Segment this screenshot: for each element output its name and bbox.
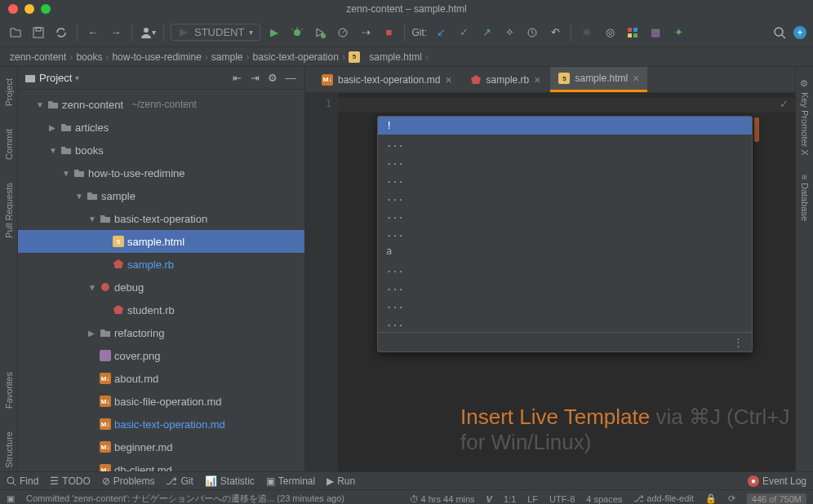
bb-problems[interactable]: ⊘ Problems [102,475,155,487]
bb-run[interactable]: ▶ Run [327,475,355,487]
bb-terminal[interactable]: ▣ Terminal [266,475,315,487]
sb-indent[interactable]: 4 spaces [586,494,622,504]
ai-icon[interactable]: ⚛ [578,24,596,42]
tab-favorites[interactable]: Favorites [2,369,16,412]
git-clock-icon[interactable] [523,24,541,42]
tree-item-basic-text-operation.md[interactable]: M↓basic-text-operation.md [18,413,304,435]
tree-item-articles[interactable]: ▶articles [18,116,304,139]
open-icon[interactable] [7,24,24,42]
hide-icon[interactable]: — [283,71,298,86]
sb-lf[interactable]: LF [527,494,538,504]
sb-enc[interactable]: UTF-8 [549,494,575,504]
completion-item[interactable]: ... [378,135,752,153]
tree-item-db-client.md[interactable]: M↓db-client.md [18,458,304,471]
bc-2[interactable]: how-to-use-redimine [112,51,201,63]
sb-tool-window[interactable]: ▣ [7,493,15,504]
stop-icon[interactable]: ■ [380,24,398,42]
completion-item[interactable]: ... [378,260,752,278]
save-icon[interactable] [29,24,47,42]
git-revert-icon[interactable]: ↶ [546,24,564,42]
grid-icon[interactable] [624,24,642,42]
user-icon[interactable]: ▾ [139,24,157,42]
sb-vim[interactable]: V [486,494,492,504]
collapse-all-icon[interactable]: ⇤ [229,71,244,86]
forward-icon[interactable]: → [107,24,125,42]
sb-branch[interactable]: ⎇ add-file-edit [633,493,694,504]
maximize-window[interactable] [41,4,51,14]
completion-item[interactable]: ... [378,314,752,332]
minimize-window[interactable] [24,4,34,14]
search-icon[interactable] [771,24,789,42]
tree-item-basic-text-operation[interactable]: ▼basic-text-operation [18,207,304,230]
completion-item[interactable]: ... [378,224,752,242]
tree-item-books[interactable]: ▼books [18,139,304,161]
tree-item-how-to-use-redimine[interactable]: ▼how-to-use-redimine [18,161,304,184]
tab-close-icon[interactable]: × [445,73,451,86]
tree-item-sample[interactable]: ▼sample [18,184,304,207]
git-push-icon[interactable]: ↗ [478,24,495,42]
git-history-icon[interactable]: ✧ [500,24,518,42]
tab-structure[interactable]: Structure [2,428,16,471]
db-tool-icon[interactable]: ▦ [646,24,664,42]
sb-lock-icon[interactable]: 🔒 [705,493,717,504]
close-window[interactable] [8,4,18,14]
plugin-icon[interactable]: ✦ [669,24,687,42]
project-tree[interactable]: ▼zenn-content~/zenn-content▶articles▼boo… [18,90,304,471]
tab-sample.rb[interactable]: sample.rb× [462,69,549,91]
tab-commit[interactable]: Commit [2,126,16,163]
run-config-dropdown[interactable]: STUDENT ▾ [171,24,260,41]
bc-1[interactable]: books [76,51,102,63]
sb-sync-icon[interactable]: ⟳ [728,493,735,504]
tree-item-zenn-content[interactable]: ▼zenn-content~/zenn-content [18,93,304,116]
tab-project[interactable]: Project [2,75,16,109]
bc-4[interactable]: basic-text-operation [253,51,339,63]
tree-item-basic-file-operation.md[interactable]: M↓basic-file-operation.md [18,390,304,413]
tab-sample.html[interactable]: 5sample.html× [550,67,647,92]
coverage-icon[interactable] [311,24,329,42]
tab-close-icon[interactable]: × [633,72,639,85]
bc-0[interactable]: zenn-content [10,51,66,63]
update-icon[interactable]: + [793,26,806,39]
profile-icon[interactable] [334,24,352,42]
git-update-icon[interactable]: ↙ [432,24,450,42]
tree-item-refactoring[interactable]: ▶refactoring [18,321,304,344]
tab-pull-requests[interactable]: Pull Requests [2,179,16,241]
completion-item[interactable]: ... [378,296,752,314]
tree-item-about.md[interactable]: M↓about.md [18,367,304,390]
check-icon[interactable]: ✓ [780,98,789,110]
bb-find[interactable]: Find [7,475,38,487]
back-icon[interactable]: ← [84,24,102,42]
target-icon[interactable]: ◎ [601,24,619,42]
tab-database[interactable]: ≡ Database [798,171,811,225]
refresh-icon[interactable] [52,24,70,42]
git-commit-icon[interactable]: ✓ [455,24,473,42]
tab-close-icon[interactable]: × [534,73,540,86]
expand-icon[interactable]: ⇥ [247,71,262,86]
run-icon[interactable]: ▶ [265,24,283,42]
tree-item-sample.rb[interactable]: sample.rb [18,253,304,276]
bb-git[interactable]: ⎇ Git [166,475,193,487]
sidebar-title[interactable]: Project ▾ [24,72,224,84]
attach-icon[interactable]: ⇢ [357,24,375,42]
bc-3[interactable]: sample [211,51,243,63]
popup-scrollbar[interactable] [754,117,759,142]
sb-memory[interactable]: 446 of 750M [747,493,806,505]
popup-more-icon[interactable]: ⋮ [733,336,744,348]
completion-popup[interactable]: !..................a............⋮ [377,116,753,352]
completion-item[interactable]: ... [378,278,752,296]
bc-5[interactable]: 5 sample.html [349,51,422,63]
completion-item[interactable]: ... [378,206,752,224]
tree-item-cover.png[interactable]: cover.png [18,344,304,367]
tab-basic-text-operation.md[interactable]: M↓basic-text-operation.md× [313,69,460,91]
completion-item[interactable]: ... [378,153,752,170]
completion-item[interactable]: ... [378,188,752,206]
tree-item-student.rb[interactable]: student.rb [18,298,304,321]
bb-todo[interactable]: ☰ TODO [50,475,90,487]
completion-item[interactable]: a [378,242,752,260]
debug-icon[interactable] [288,24,306,42]
sb-clock[interactable]: ⏱ 4 hrs 44 mins [410,494,475,504]
sb-pos[interactable]: 1:1 [504,494,516,504]
tree-item-beginner.md[interactable]: M↓beginner.md [18,435,304,458]
tree-item-debug[interactable]: ▼debug [18,276,304,298]
tree-item-sample.html[interactable]: 5sample.html [18,230,304,253]
